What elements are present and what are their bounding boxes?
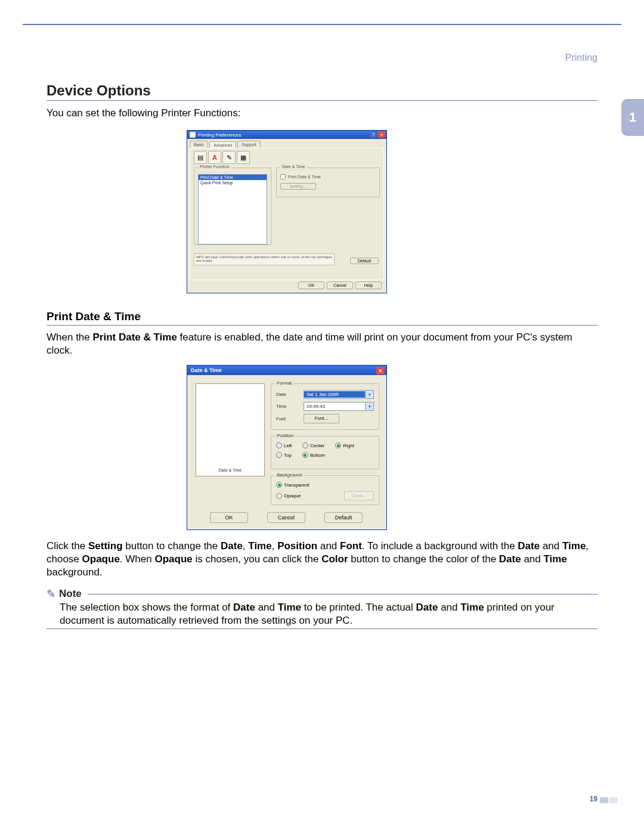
checkbox-label: Print Date & Time	[288, 175, 321, 179]
dialog-panel: ▤ A ✎ ▦ Printer Function Print Date & Ti…	[190, 148, 384, 280]
radio-icon	[276, 442, 282, 448]
note-rule	[88, 594, 597, 594]
close-icon[interactable]: ×	[378, 131, 385, 138]
date-time-group: Date & Time Print Date & Time Setting...	[276, 168, 380, 197]
dialog-button-row: OK Cancel Default	[210, 512, 363, 523]
dialog-titlebar: Printing Preferences ? ×	[187, 131, 386, 139]
list-item[interactable]: Quick Print Setup	[199, 180, 267, 185]
footer-decoration	[600, 797, 608, 803]
subsection-para: When the Print Date & Time feature is en…	[47, 331, 597, 357]
list-item[interactable]: Print Date & Time	[199, 175, 267, 180]
date-time-dialog: Date & Time × Date & Time Format Date Sa…	[187, 365, 387, 530]
preview-pane: Date & Time	[196, 383, 265, 476]
top-rule	[23, 24, 621, 25]
font-label: Font	[276, 416, 304, 422]
radio-center[interactable]: Center	[302, 442, 324, 448]
close-icon[interactable]: ×	[376, 367, 385, 374]
cancel-button[interactable]: Cancel	[327, 281, 353, 289]
radio-icon	[335, 442, 341, 448]
help-button[interactable]: Help	[355, 281, 382, 289]
format-group-label: Format	[275, 380, 293, 386]
page-color-icon: ▤	[197, 154, 203, 162]
radio-icon	[276, 493, 282, 499]
subsection-rule	[47, 325, 597, 326]
date-label: Date	[276, 392, 304, 397]
dialog-titlebar: Date & Time ×	[187, 366, 386, 375]
section-rule	[47, 100, 597, 101]
section-intro: You can set the following Printer Functi…	[47, 107, 240, 119]
printer-function-group: Printer Function Print Date & Time Quick…	[194, 168, 271, 245]
date-value: Sat 1 Jan 2005	[304, 391, 365, 398]
radio-bottom[interactable]: Bottom	[302, 452, 325, 458]
note-icon: ✎	[47, 587, 55, 600]
date-time-group-label: Date & Time	[280, 165, 307, 169]
ok-button[interactable]: OK	[298, 281, 324, 289]
radio-icon	[302, 452, 308, 458]
position-group-label: Position	[275, 433, 295, 438]
note-body: The selection box shows the format of Da…	[60, 601, 597, 627]
toolbar-btn-1[interactable]: ▤	[194, 151, 207, 164]
radio-top[interactable]: Top	[276, 452, 292, 458]
note-end-rule	[47, 628, 597, 629]
radio-icon	[276, 452, 282, 458]
note-label: Note	[59, 588, 82, 600]
checkbox-input[interactable]	[280, 174, 286, 179]
default-button[interactable]: Default	[324, 512, 363, 523]
page-number: 19	[590, 795, 597, 803]
printing-preferences-dialog: Printing Preferences ? × Basic Advanced …	[187, 130, 387, 293]
radio-icon	[276, 482, 282, 488]
dialog-title: Printing Preferences	[198, 132, 241, 138]
default-button[interactable]: Default	[350, 258, 379, 264]
pen-icon: ✎	[227, 154, 232, 162]
note-header: ✎ Note	[47, 587, 597, 600]
toolbar: ▤ A ✎ ▦	[194, 151, 250, 164]
radio-opaque[interactable]: Opaque	[276, 493, 301, 499]
setting-paragraph: Click the Setting button to change the D…	[47, 540, 597, 579]
toolbar-btn-3[interactable]: ✎	[222, 151, 236, 164]
subsection-title: Print Date & Time	[47, 310, 141, 323]
position-group: Position Left Center Right Top Bottom	[271, 436, 379, 469]
help-icon[interactable]: ?	[370, 131, 377, 138]
watermark-icon: ▦	[240, 154, 246, 162]
dialog-button-row: OK Cancel Help	[298, 281, 382, 289]
radio-left[interactable]: Left	[276, 442, 292, 448]
format-group: Format Date Sat 1 Jan 2005 ▾ Time 19:49:…	[271, 383, 379, 430]
time-label: Time	[276, 404, 304, 409]
header-category: Printing	[565, 52, 597, 63]
cancel-button[interactable]: Cancel	[267, 512, 305, 523]
date-combobox[interactable]: Sat 1 Jan 2005 ▾	[304, 390, 374, 399]
time-combobox[interactable]: 19:49:43 ▾	[304, 402, 374, 411]
warning-note: MFC will stop Color/Grayscale print oper…	[194, 253, 335, 265]
chevron-down-icon[interactable]: ▾	[365, 402, 373, 410]
dialog-title: Date & Time	[191, 367, 222, 373]
chevron-down-icon[interactable]: ▾	[365, 391, 373, 398]
radio-icon	[302, 442, 308, 448]
print-date-time-checkbox[interactable]: Print Date & Time	[280, 174, 376, 179]
printer-function-list[interactable]: Print Date & Time Quick Print Setup	[198, 174, 267, 244]
ok-button[interactable]: OK	[210, 512, 248, 523]
radio-transparent[interactable]: Transparent	[276, 482, 374, 488]
color-button[interactable]: Color...	[344, 491, 374, 500]
tab-strip: Basic Advanced Support	[187, 139, 386, 148]
preview-label: Date & Time	[196, 468, 264, 472]
toolbar-btn-4[interactable]: ▦	[237, 151, 250, 164]
section-title: Device Options	[47, 82, 151, 99]
printer-icon	[190, 132, 196, 138]
time-value: 19:49:43	[304, 403, 365, 410]
printer-function-label: Printer Function	[198, 165, 231, 169]
setting-button[interactable]: Setting...	[280, 183, 316, 190]
chapter-tab: 1	[621, 99, 644, 136]
font-button[interactable]: Font...	[304, 414, 339, 423]
font-icon: A	[212, 154, 217, 161]
background-group: Background Transparent Opaque Color...	[271, 475, 379, 505]
radio-right[interactable]: Right	[335, 442, 354, 448]
footer-decoration	[609, 797, 618, 803]
tab-basic[interactable]: Basic	[190, 141, 208, 148]
toolbar-btn-2[interactable]: A	[208, 151, 221, 164]
background-group-label: Background	[275, 472, 304, 478]
tab-support[interactable]: Support	[237, 141, 261, 148]
